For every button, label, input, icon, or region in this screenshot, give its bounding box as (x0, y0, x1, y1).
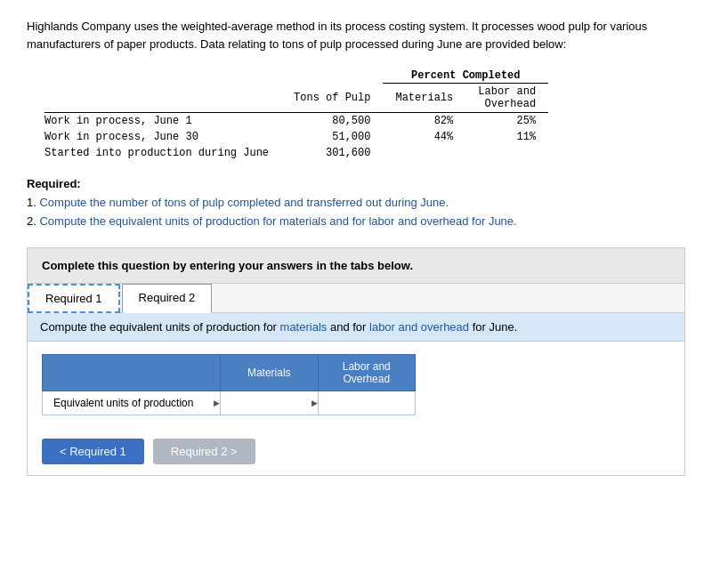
answer-row-label: Equivalent units of production (43, 391, 221, 415)
intro-text: Highlands Company uses the weighted-aver… (27, 18, 685, 52)
row-tons: 51,000 (281, 129, 383, 145)
tab-required-2[interactable]: Required 2 (122, 284, 213, 313)
row-labor-overhead (465, 145, 548, 161)
data-table-wrapper: Percent Completed Tons of Pulp Materials… (27, 68, 685, 161)
complete-question-box: Complete this question by entering your … (27, 247, 685, 284)
tab-instruction: Compute the equivalent units of producti… (28, 313, 684, 342)
tons-of-pulp-header: Tons of Pulp (281, 84, 383, 113)
required-item-2: 2. Compute the equivalent units of produ… (27, 213, 685, 231)
highlight-materials: materials (280, 320, 328, 334)
row-materials: 44% (383, 129, 465, 145)
data-table: Percent Completed Tons of Pulp Materials… (44, 68, 548, 161)
required-title: Required: (27, 177, 685, 190)
percent-completed-header: Percent Completed (383, 68, 548, 84)
tabs-row: Required 1 Required 2 (28, 284, 684, 313)
row-label: Started into production during June (44, 145, 281, 161)
answer-col-materials: Materials (221, 354, 319, 391)
row-labor-overhead: 11% (465, 129, 548, 145)
empty-header2 (281, 68, 383, 84)
row-label: Work in process, June 1 (44, 113, 281, 130)
row-materials (383, 145, 465, 161)
labor-overhead-header: Labor andOverhead (465, 84, 548, 113)
required-item-1-text: Compute the number of tons of pulp compl… (39, 196, 449, 209)
answer-table-wrapper: Materials Labor andOverhead Equivalent u… (28, 342, 684, 428)
materials-input[interactable] (233, 397, 304, 409)
required-section: Required: 1. Compute the number of tons … (27, 177, 685, 231)
materials-header: Materials (383, 84, 465, 113)
answer-col-empty (43, 354, 221, 391)
table-row: Work in process, June 30 51,000 44% 11% (44, 129, 548, 145)
row-label-header (44, 84, 281, 113)
row-labor-overhead: 25% (465, 113, 548, 130)
row-label: Work in process, June 30 (44, 129, 281, 145)
required-item-1: 1. Compute the number of tons of pulp co… (27, 194, 685, 213)
materials-input-cell[interactable] (221, 391, 319, 415)
labor-overhead-input[interactable] (331, 397, 402, 409)
next-required-2-button[interactable]: Required 2 > (153, 439, 255, 464)
row-materials: 82% (383, 113, 465, 130)
table-row: Work in process, June 1 80,500 82% 25% (44, 113, 548, 130)
highlight-labor-overhead: labor and overhead (369, 320, 469, 334)
prev-required-1-button[interactable]: < Required 1 (42, 439, 144, 464)
empty-header (44, 68, 281, 84)
answer-row: Equivalent units of production (43, 391, 416, 415)
required-item-2-text: Compute the equivalent units of producti… (39, 214, 516, 228)
tab-required-1[interactable]: Required 1 (28, 284, 120, 313)
table-row: Started into production during June 301,… (44, 145, 548, 161)
answer-col-labor-overhead: Labor andOverhead (318, 354, 416, 391)
answer-table: Materials Labor andOverhead Equivalent u… (42, 354, 416, 415)
tabs-container: Required 1 Required 2 Compute the equiva… (27, 284, 685, 476)
row-tons: 301,600 (281, 145, 383, 161)
nav-buttons: < Required 1 Required 2 > (28, 428, 684, 475)
labor-overhead-input-cell[interactable] (318, 391, 416, 415)
tab-content: Compute the equivalent units of producti… (28, 313, 684, 475)
row-tons: 80,500 (281, 113, 383, 130)
